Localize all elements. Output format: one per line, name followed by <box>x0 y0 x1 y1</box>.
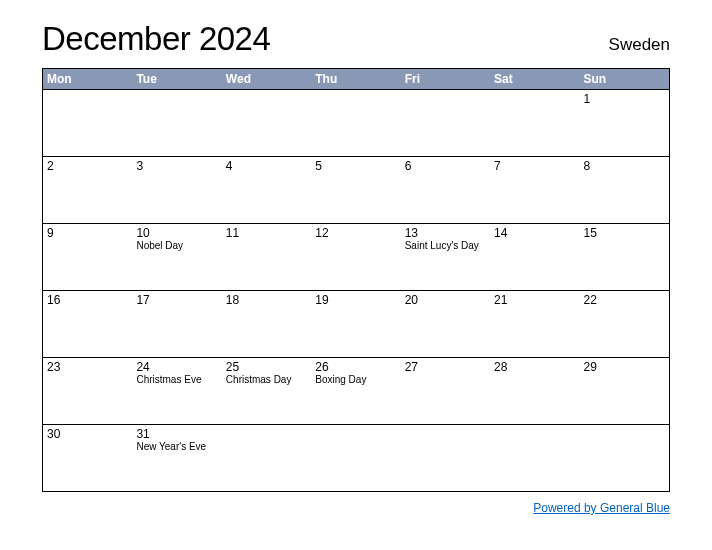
day-cell: 13Saint Lucy's Day <box>401 224 490 290</box>
day-cell: 21 <box>490 291 579 357</box>
day-cell: 7 <box>490 157 579 223</box>
day-number: 8 <box>584 159 665 173</box>
day-cell: 15 <box>580 224 669 290</box>
day-number: 23 <box>47 360 128 374</box>
day-event: Christmas Day <box>226 374 307 386</box>
week-row: 2 3 4 5 6 7 8 <box>43 156 669 223</box>
day-header: Sun <box>580 69 669 89</box>
day-number: 13 <box>405 226 486 240</box>
day-cell: 20 <box>401 291 490 357</box>
week-row: 9 10Nobel Day 11 12 13Saint Lucy's Day 1… <box>43 223 669 290</box>
day-number: 29 <box>584 360 665 374</box>
day-number: 19 <box>315 293 396 307</box>
week-row: 16 17 18 19 20 21 22 <box>43 290 669 357</box>
day-cell <box>222 90 311 156</box>
month-title: December 2024 <box>42 20 270 58</box>
day-number: 27 <box>405 360 486 374</box>
day-cell: 26Boxing Day <box>311 358 400 424</box>
day-cell <box>401 90 490 156</box>
day-cell: 28 <box>490 358 579 424</box>
day-number: 11 <box>226 226 307 240</box>
week-row: 1 <box>43 89 669 156</box>
day-cell: 25Christmas Day <box>222 358 311 424</box>
day-cell: 4 <box>222 157 311 223</box>
calendar-grid: Mon Tue Wed Thu Fri Sat Sun 1 2 3 4 5 6 … <box>42 68 670 492</box>
day-cell: 31New Year's Eve <box>132 425 221 491</box>
day-header: Mon <box>43 69 132 89</box>
day-cell: 6 <box>401 157 490 223</box>
day-number: 14 <box>494 226 575 240</box>
day-event: Nobel Day <box>136 240 217 252</box>
day-cell <box>311 425 400 491</box>
day-cell: 18 <box>222 291 311 357</box>
day-header: Wed <box>222 69 311 89</box>
day-number: 26 <box>315 360 396 374</box>
day-event: Christmas Eve <box>136 374 217 386</box>
day-cell: 29 <box>580 358 669 424</box>
day-number: 6 <box>405 159 486 173</box>
day-number: 1 <box>584 92 665 106</box>
day-number: 30 <box>47 427 128 441</box>
day-number: 3 <box>136 159 217 173</box>
day-number: 7 <box>494 159 575 173</box>
day-cell: 30 <box>43 425 132 491</box>
day-cell: 14 <box>490 224 579 290</box>
day-cell <box>490 90 579 156</box>
day-cell <box>132 90 221 156</box>
day-cell: 12 <box>311 224 400 290</box>
day-cell: 24Christmas Eve <box>132 358 221 424</box>
day-number: 16 <box>47 293 128 307</box>
day-cell: 23 <box>43 358 132 424</box>
week-row: 30 31New Year's Eve <box>43 424 669 491</box>
day-number: 2 <box>47 159 128 173</box>
day-header: Sat <box>490 69 579 89</box>
day-cell: 22 <box>580 291 669 357</box>
day-cell: 8 <box>580 157 669 223</box>
day-cell: 5 <box>311 157 400 223</box>
day-number: 28 <box>494 360 575 374</box>
day-cell <box>43 90 132 156</box>
day-cell: 11 <box>222 224 311 290</box>
day-event: Saint Lucy's Day <box>405 240 486 252</box>
day-cell <box>490 425 579 491</box>
day-number: 20 <box>405 293 486 307</box>
day-number: 18 <box>226 293 307 307</box>
day-number: 9 <box>47 226 128 240</box>
day-cell: 3 <box>132 157 221 223</box>
footer: Powered by General Blue <box>42 498 670 516</box>
week-row: 23 24Christmas Eve 25Christmas Day 26Box… <box>43 357 669 424</box>
day-cell: 2 <box>43 157 132 223</box>
day-number: 31 <box>136 427 217 441</box>
day-cell <box>311 90 400 156</box>
day-cell <box>222 425 311 491</box>
day-number: 15 <box>584 226 665 240</box>
day-header: Tue <box>132 69 221 89</box>
day-header-row: Mon Tue Wed Thu Fri Sat Sun <box>43 69 669 89</box>
day-header: Thu <box>311 69 400 89</box>
day-number: 21 <box>494 293 575 307</box>
region-label: Sweden <box>609 35 670 55</box>
day-cell: 16 <box>43 291 132 357</box>
day-cell: 1 <box>580 90 669 156</box>
day-event: Boxing Day <box>315 374 396 386</box>
day-header: Fri <box>401 69 490 89</box>
day-number: 5 <box>315 159 396 173</box>
day-number: 10 <box>136 226 217 240</box>
day-cell <box>580 425 669 491</box>
day-cell: 10Nobel Day <box>132 224 221 290</box>
day-number: 22 <box>584 293 665 307</box>
calendar-header: December 2024 Sweden <box>42 20 670 58</box>
day-number: 17 <box>136 293 217 307</box>
day-cell: 27 <box>401 358 490 424</box>
day-number: 12 <box>315 226 396 240</box>
day-cell: 9 <box>43 224 132 290</box>
day-cell <box>401 425 490 491</box>
day-cell: 19 <box>311 291 400 357</box>
day-number: 4 <box>226 159 307 173</box>
day-event: New Year's Eve <box>136 441 217 453</box>
footer-link[interactable]: Powered by General Blue <box>533 501 670 515</box>
day-cell: 17 <box>132 291 221 357</box>
day-number: 25 <box>226 360 307 374</box>
day-number: 24 <box>136 360 217 374</box>
